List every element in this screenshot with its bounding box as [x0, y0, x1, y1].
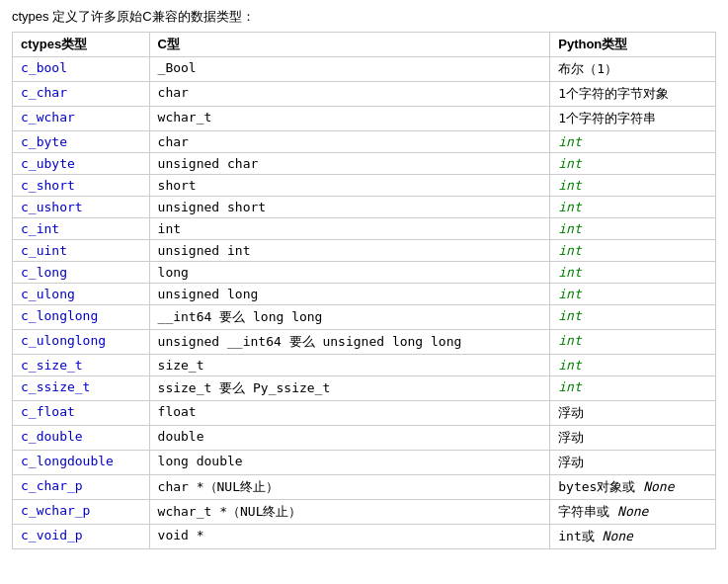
ctypes-table: ctypes类型 C型 Python类型 c_bool_Bool布尔（1）c_c…	[12, 32, 716, 549]
cell-python-type: 1个字符的字符串	[550, 107, 716, 131]
col-header-python: Python类型	[550, 33, 716, 57]
cell-ctypes-type: c_uint	[13, 240, 150, 262]
cell-python-type: int	[550, 218, 716, 240]
table-row: c_void_pvoid *int或 None	[13, 525, 716, 549]
cell-c-type: size_t	[149, 355, 550, 376]
cell-ctypes-type: c_long	[13, 262, 150, 284]
table-row: c_bool_Bool布尔（1）	[13, 57, 716, 82]
cell-ctypes-type: c_ushort	[13, 197, 150, 218]
cell-python-type: int	[550, 284, 716, 305]
table-row: c_longlong__int64 要么 long longint	[13, 305, 716, 330]
cell-c-type: double	[149, 426, 550, 451]
col-header-ctypes: ctypes类型	[13, 33, 150, 57]
table-row: c_ushortunsigned shortint	[13, 197, 716, 218]
table-row: c_ubyteunsigned charint	[13, 153, 716, 175]
cell-ctypes-type: c_size_t	[13, 355, 150, 376]
cell-python-type: int	[550, 262, 716, 284]
cell-ctypes-type: c_longdouble	[13, 451, 150, 475]
table-row: c_doubledouble浮动	[13, 426, 716, 451]
cell-c-type: unsigned int	[149, 240, 550, 262]
cell-ctypes-type: c_longlong	[13, 305, 150, 330]
table-row: c_longlongint	[13, 262, 716, 284]
cell-ctypes-type: c_double	[13, 426, 150, 451]
cell-ctypes-type: c_byte	[13, 131, 150, 153]
cell-c-type: char	[149, 131, 550, 153]
table-row: c_intintint	[13, 218, 716, 240]
table-row: c_charchar1个字符的字节对象	[13, 82, 716, 107]
cell-c-type: long	[149, 262, 550, 284]
cell-ctypes-type: c_short	[13, 175, 150, 197]
cell-python-type: int	[550, 355, 716, 376]
cell-ctypes-type: c_ssize_t	[13, 376, 150, 401]
table-row: c_uintunsigned intint	[13, 240, 716, 262]
table-row: c_longdoublelong double浮动	[13, 451, 716, 475]
table-row: c_char_pchar *（NUL终止）bytes对象或 None	[13, 475, 716, 500]
cell-c-type: float	[149, 401, 550, 426]
col-header-ctype: C型	[149, 33, 550, 57]
table-row: c_ulonglongunsigned __int64 要么 unsigned …	[13, 330, 716, 355]
cell-ctypes-type: c_void_p	[13, 525, 150, 549]
cell-python-type: 浮动	[550, 451, 716, 475]
table-row: c_wcharwchar_t1个字符的字符串	[13, 107, 716, 131]
cell-ctypes-type: c_ubyte	[13, 153, 150, 175]
cell-ctypes-type: c_char	[13, 82, 150, 107]
cell-python-type: int	[550, 376, 716, 401]
table-header-row: ctypes类型 C型 Python类型	[13, 33, 716, 57]
cell-python-type: int	[550, 175, 716, 197]
table-row: c_shortshortint	[13, 175, 716, 197]
cell-c-type: unsigned long	[149, 284, 550, 305]
cell-ctypes-type: c_wchar_p	[13, 500, 150, 525]
cell-python-type: 字符串或 None	[550, 500, 716, 525]
cell-ctypes-type: c_ulong	[13, 284, 150, 305]
cell-c-type: long double	[149, 451, 550, 475]
cell-python-type: int	[550, 131, 716, 153]
table-row: c_bytecharint	[13, 131, 716, 153]
cell-c-type: __int64 要么 long long	[149, 305, 550, 330]
cell-python-type: int	[550, 197, 716, 218]
cell-ctypes-type: c_int	[13, 218, 150, 240]
cell-python-type: int	[550, 330, 716, 355]
table-row: c_ssize_tssize_t 要么 Py_ssize_tint	[13, 376, 716, 401]
cell-python-type: int或 None	[550, 525, 716, 549]
cell-python-type: int	[550, 240, 716, 262]
cell-c-type: char *（NUL终止）	[149, 475, 550, 500]
table-row: c_size_tsize_tint	[13, 355, 716, 376]
cell-c-type: unsigned short	[149, 197, 550, 218]
cell-python-type: 1个字符的字节对象	[550, 82, 716, 107]
intro-text: ctypes 定义了许多原始C兼容的数据类型：	[12, 8, 716, 26]
cell-ctypes-type: c_float	[13, 401, 150, 426]
cell-c-type: unsigned __int64 要么 unsigned long long	[149, 330, 550, 355]
cell-ctypes-type: c_bool	[13, 57, 150, 82]
cell-python-type: 浮动	[550, 401, 716, 426]
cell-python-type: 布尔（1）	[550, 57, 716, 82]
cell-c-type: int	[149, 218, 550, 240]
cell-python-type: 浮动	[550, 426, 716, 451]
cell-ctypes-type: c_ulonglong	[13, 330, 150, 355]
cell-c-type: ssize_t 要么 Py_ssize_t	[149, 376, 550, 401]
cell-c-type: void *	[149, 525, 550, 549]
cell-c-type: _Bool	[149, 57, 550, 82]
cell-c-type: unsigned char	[149, 153, 550, 175]
cell-c-type: char	[149, 82, 550, 107]
cell-ctypes-type: c_char_p	[13, 475, 150, 500]
cell-ctypes-type: c_wchar	[13, 107, 150, 131]
cell-python-type: bytes对象或 None	[550, 475, 716, 500]
cell-python-type: int	[550, 153, 716, 175]
table-row: c_floatfloat浮动	[13, 401, 716, 426]
table-row: c_wchar_pwchar_t *（NUL终止）字符串或 None	[13, 500, 716, 525]
cell-c-type: wchar_t *（NUL终止）	[149, 500, 550, 525]
cell-c-type: wchar_t	[149, 107, 550, 131]
cell-python-type: int	[550, 305, 716, 330]
cell-c-type: short	[149, 175, 550, 197]
table-row: c_ulongunsigned longint	[13, 284, 716, 305]
